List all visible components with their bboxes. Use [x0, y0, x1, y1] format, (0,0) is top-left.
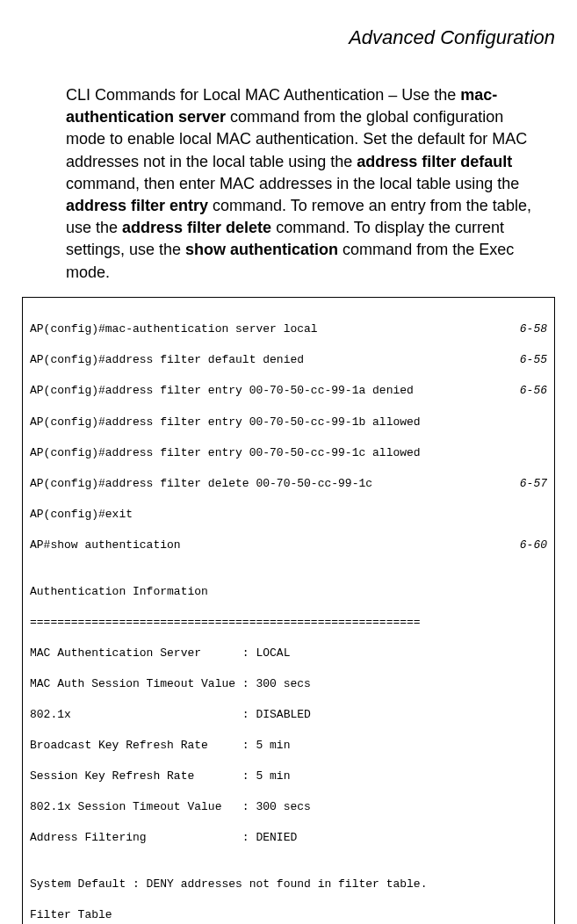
cli-line: AP#show authentication6-60 — [30, 538, 547, 553]
page-header-title: Advanced Configuration — [22, 26, 555, 49]
cli-page-ref: 6-58 — [520, 321, 547, 337]
cli-command: AP#show authentication — [30, 538, 181, 553]
cli-page-ref: 6-56 — [520, 383, 547, 399]
cmd-address-filter-delete: address filter delete — [122, 219, 271, 236]
cli-line: Authentication Information — [30, 584, 547, 600]
cli-page-ref: 6-60 — [520, 538, 547, 553]
intro-paragraph: CLI Commands for Local MAC Authenticatio… — [66, 84, 537, 284]
cli-line: Broadcast Key Refresh Rate : 5 min — [30, 738, 547, 754]
cli-page-ref: 6-57 — [520, 476, 547, 492]
cli-line: 802.1x Session Timeout Value : 300 secs — [30, 799, 547, 815]
cli-output-box: AP(config)#mac-authentication server loc… — [22, 297, 555, 924]
cli-command: AP(config)#mac-authentication server loc… — [30, 321, 318, 337]
cmd-show-authentication: show authentication — [185, 241, 338, 258]
cli-line: AP(config)#mac-authentication server loc… — [30, 321, 547, 337]
cli-line: MAC Auth Session Timeout Value : 300 sec… — [30, 676, 547, 692]
cli-line: MAC Authentication Server : LOCAL — [30, 646, 547, 661]
cli-line: AP(config)#address filter entry 00-70-50… — [30, 383, 547, 399]
cli-command: AP(config)#address filter delete 00-70-5… — [30, 476, 372, 492]
para-text-1: CLI Commands for Local MAC Authenticatio… — [66, 86, 460, 104]
cli-line: Filter Table — [30, 907, 547, 923]
cli-line: System Default : DENY addresses not foun… — [30, 877, 547, 892]
cli-line: AP(config)#address filter entry 00-70-50… — [30, 415, 547, 430]
cli-line: ========================================… — [30, 615, 547, 631]
cmd-address-filter-entry: address filter entry — [66, 197, 208, 214]
cli-line: Address Filtering : DENIED — [30, 830, 547, 846]
cli-line: Session Key Refresh Rate : 5 min — [30, 769, 547, 784]
para-text-3: command, then enter MAC addresses in the… — [66, 175, 519, 192]
cli-line: 802.1x : DISABLED — [30, 707, 547, 723]
cli-page-ref: 6-55 — [520, 352, 547, 368]
cli-command: AP(config)#address filter default denied — [30, 352, 304, 368]
cli-line: AP(config)#address filter delete 00-70-5… — [30, 476, 547, 492]
cmd-address-filter-default: address filter default — [357, 153, 512, 170]
cli-line: AP(config)#exit — [30, 507, 547, 523]
cli-line: AP(config)#address filter default denied… — [30, 352, 547, 368]
cli-line: AP(config)#address filter entry 00-70-50… — [30, 445, 547, 461]
cli-command: AP(config)#address filter entry 00-70-50… — [30, 383, 414, 399]
